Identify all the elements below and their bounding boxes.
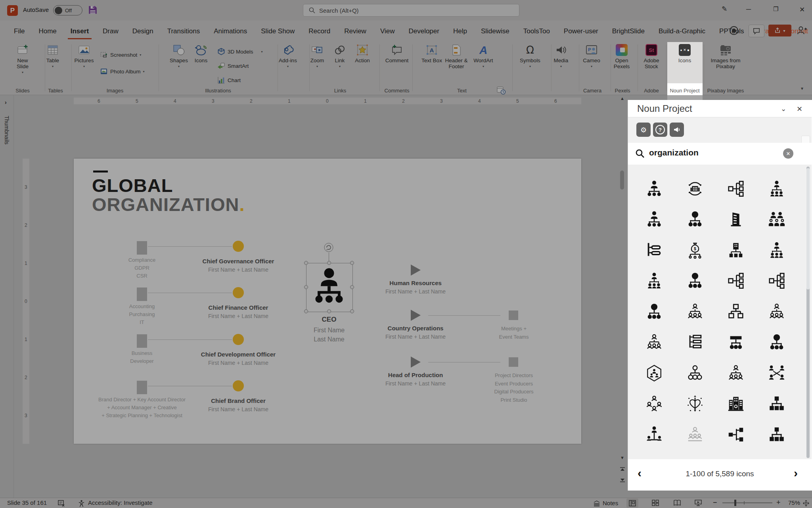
selection-handle[interactable]	[304, 285, 308, 289]
previous-slide-button[interactable]	[619, 466, 626, 474]
zoom-insert-button[interactable]: Zoom▾	[306, 44, 328, 68]
adobe-stock-button[interactable]: St Adobe Stock	[640, 44, 663, 69]
symbols-button[interactable]: Ω Symbols▾	[519, 44, 541, 68]
ribbon-tab-developer[interactable]: Developer	[406, 24, 442, 39]
table-button[interactable]: Table▾	[42, 44, 63, 68]
photo-album-button[interactable]: Photo Album▾	[100, 67, 145, 75]
grid-icon-manager-boxes[interactable]	[756, 296, 797, 327]
zoom-slider-thumb[interactable]	[734, 500, 736, 506]
ribbon-tab-brightslide[interactable]: BrightSlide	[609, 24, 647, 39]
slide-sorter-view-button[interactable]	[652, 500, 659, 507]
ribbon-tab-help[interactable]: Help	[450, 24, 470, 39]
slideshow-view-button[interactable]	[695, 500, 702, 507]
grid-icon-matrix-team[interactable]	[756, 358, 797, 389]
grid-icon-leader-pole[interactable]	[634, 419, 674, 450]
smartart-button[interactable]: SmartArt	[217, 62, 249, 70]
new-slide-button[interactable]: New Slide▾	[12, 44, 33, 74]
comments-pane-button[interactable]	[749, 25, 764, 37]
panel-scrollbar-thumb[interactable]	[806, 168, 810, 289]
grid-icon-member-outline[interactable]	[674, 450, 715, 460]
thumbnails-pane-collapsed[interactable]: › Thumbnails	[0, 95, 14, 498]
grid-icon-flag-node[interactable]	[756, 450, 797, 460]
accessibility-icon[interactable]	[78, 500, 85, 508]
ribbon-tab-design[interactable]: Design	[130, 24, 156, 39]
comment-button[interactable]: Comment	[386, 44, 408, 63]
ceo-org-chart-icon[interactable]	[310, 266, 348, 307]
ribbon-tab-toolstoo[interactable]: ToolsToo	[521, 24, 553, 39]
grid-icon-box-hierarchy-2[interactable]	[756, 419, 797, 450]
grid-icon-office-building[interactable]	[715, 204, 756, 235]
action-button[interactable]: Action	[352, 44, 373, 63]
zoom-in-button[interactable]: +	[776, 498, 781, 507]
megaphone-icon[interactable]	[670, 123, 684, 137]
noun-project-icons-button[interactable]: ●✕■ Icons	[674, 44, 695, 63]
normal-view-button[interactable]	[626, 498, 638, 508]
next-page-icon[interactable]: ›	[794, 466, 798, 480]
pixabay-button[interactable]: Images from Pixabay	[709, 44, 742, 69]
grid-icon-box-hierarchy-solid[interactable]	[756, 389, 797, 420]
zoom-out-button[interactable]: −	[713, 498, 717, 507]
record-icon[interactable]	[729, 25, 739, 37]
grid-icon-team-meeting[interactable]	[674, 419, 715, 450]
chart-button[interactable]: Chart	[217, 76, 241, 84]
grid-icon-network-cell[interactable]	[634, 358, 674, 389]
grid-icon-division-hierarchy[interactable]	[715, 327, 756, 358]
selection-handle[interactable]	[350, 309, 354, 313]
ink-pen-icon[interactable]: ✎	[722, 5, 727, 13]
restore-button[interactable]: ❐	[773, 6, 778, 13]
screenshot-button[interactable]: Screenshot▾	[100, 51, 141, 59]
grid-icon-person-flowchart[interactable]	[715, 266, 756, 297]
3d-models-button[interactable]: 3D Models▾	[217, 48, 263, 56]
grid-icon-supervisor-team[interactable]	[674, 296, 715, 327]
grid-icon-person-units[interactable]	[634, 327, 674, 358]
vertical-scrollbar-thumb[interactable]	[620, 171, 624, 190]
slide-canvas[interactable]: GLOBAL ORGANIZATION. ComplianceGDPRCSR C…	[74, 159, 581, 444]
selection-handle[interactable]	[350, 261, 354, 265]
media-button[interactable]: Media▾	[550, 44, 572, 68]
ribbon-tab-review[interactable]: Review	[341, 24, 369, 39]
ribbon-tab-home[interactable]: Home	[36, 24, 59, 39]
link-button[interactable]: Link▾	[329, 44, 350, 68]
rotate-handle[interactable]	[324, 242, 334, 253]
clear-search-icon[interactable]: ✕	[783, 148, 793, 159]
powerpoint-logo-icon[interactable]: P	[7, 5, 18, 16]
pictures-button[interactable]: Pictures▾	[73, 44, 95, 68]
grid-icon-company-cycle[interactable]	[674, 173, 715, 204]
panel-close-icon[interactable]: ✕	[797, 105, 802, 113]
add-ins-button[interactable]: Add-ins▾	[277, 44, 299, 68]
grid-icon-headquarters[interactable]	[715, 389, 756, 420]
scroll-down-arrow[interactable]: ▼	[620, 455, 624, 460]
settings-gear-icon[interactable]: ⚙	[636, 123, 651, 137]
grid-icon-node-hierarchy[interactable]	[674, 204, 715, 235]
ribbon-tab-power-user[interactable]: Power-user	[561, 24, 601, 39]
ribbon-tab-insert[interactable]: Insert	[68, 24, 92, 39]
ribbon-tab-slide-show[interactable]: Slide Show	[258, 24, 297, 39]
cameo-button[interactable]: P Cameo▾	[581, 44, 602, 68]
collapse-ribbon-icon[interactable]: ▾	[801, 86, 803, 91]
grid-icon-creative-planning[interactable]	[674, 389, 715, 420]
help-icon[interactable]: ?	[653, 123, 667, 137]
shapes-button[interactable]: Shapes▾	[168, 44, 190, 68]
grid-icon-staff-group[interactable]	[756, 204, 797, 235]
open-pexels-button[interactable]: Open Pexels	[610, 44, 634, 69]
grid-icon-node-hierarchy-2[interactable]	[674, 266, 715, 297]
close-button[interactable]: ✕	[799, 6, 805, 14]
icons-button[interactable]: Icons	[190, 44, 212, 63]
slide-indicator[interactable]: Slide 35 of 161	[7, 499, 47, 506]
selection-handle[interactable]	[304, 309, 308, 313]
notes-button[interactable]: Notes	[593, 500, 618, 506]
grid-icon-circle-node[interactable]	[634, 450, 674, 460]
text-box-button[interactable]: A Text Box	[421, 44, 442, 63]
header-footer-button[interactable]: Header & Footer	[443, 44, 469, 69]
grid-icon-mini-hierarchy[interactable]	[715, 450, 756, 460]
grid-icon-network-nodes[interactable]	[756, 327, 797, 358]
grid-icon-person-hierarchy[interactable]	[634, 173, 674, 204]
autosave-toggle[interactable]: Off	[53, 5, 82, 15]
grid-icon-person-hierarchy-2[interactable]	[634, 204, 674, 235]
accessibility-status[interactable]: Accessibility: Investigate	[88, 499, 153, 506]
save-icon[interactable]	[88, 5, 98, 16]
grid-icon-node-hierarchy-3[interactable]	[634, 296, 674, 327]
reading-view-button[interactable]	[673, 500, 681, 507]
ribbon-tab-record[interactable]: Record	[306, 24, 333, 39]
icon-search-input[interactable]	[648, 148, 769, 158]
